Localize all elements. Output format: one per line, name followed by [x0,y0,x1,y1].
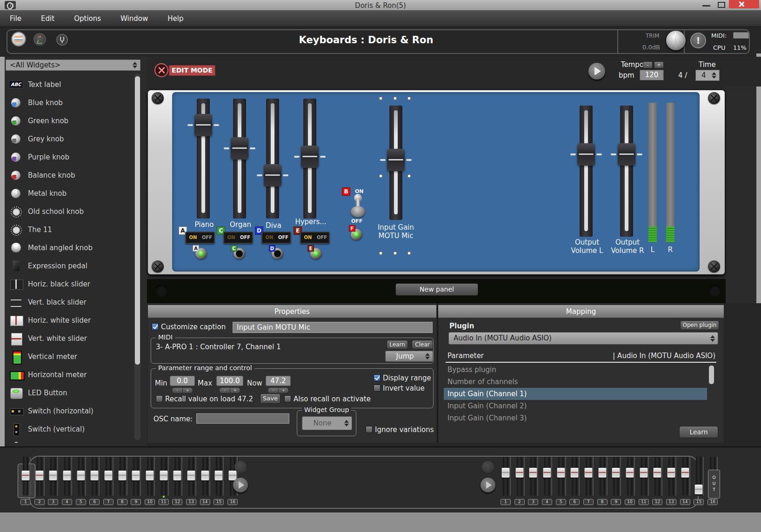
sidebar-item[interactable]: Horizontal meter [5,366,135,384]
now-field[interactable]: 47.2 [266,376,291,386]
fader-handle[interactable] [668,468,675,478]
sidebar-item[interactable]: Blue knob [5,93,135,112]
fader-handle[interactable] [21,471,29,480]
fader-handle[interactable] [35,471,43,480]
open-plugin-button[interactable]: Open plugin [680,320,719,330]
fader-handle[interactable] [201,471,209,480]
panic-button[interactable]: ! [690,33,706,48]
fader-handle[interactable] [63,471,71,480]
mapping-learn-button[interactable]: Learn [679,426,718,438]
fader-handle[interactable] [515,468,523,478]
fader-handle[interactable] [598,468,606,478]
fader-handle[interactable] [612,468,620,478]
mixer-section-button[interactable] [234,461,247,473]
fader-handle[interactable] [215,471,223,480]
min-minus[interactable]: - [172,388,183,393]
min-field[interactable]: 0.0 [170,376,195,386]
sidebar-item[interactable]: Horiz. black slider [5,275,135,293]
sidebar-item[interactable]: Purple knob [5,148,135,166]
time-denominator-dropdown[interactable]: 4 [695,70,720,81]
fader-handle[interactable] [584,468,592,478]
save-button[interactable]: Save [260,393,280,404]
maximize-button[interactable] [718,2,725,8]
fader-handle[interactable] [695,485,703,494]
min-plus[interactable]: + [183,388,193,393]
min-stepper[interactable]: -+ [172,387,193,393]
sidebar-item[interactable]: The 11 [5,220,135,239]
slider-handle[interactable] [577,143,595,166]
edit-mode-badge[interactable]: EDIT MODE [169,65,215,76]
mixer-section-button[interactable] [482,461,494,473]
caption-input[interactable]: Input Gain MOTU Mic [233,322,433,333]
toggle-switch-widget[interactable]: B ON OFF [342,186,375,226]
sidebar-item[interactable]: Toggle switch [5,438,135,443]
mixer-play-button[interactable] [481,478,495,492]
sidebar-item[interactable]: Vertical meter [5,347,135,366]
menu-window[interactable]: Window [111,10,158,27]
parameter-row[interactable]: Input Gain (Channel 1) [444,388,707,400]
menu-options[interactable]: Options [64,10,111,27]
now-plus[interactable]: + [279,388,289,393]
max-plus[interactable]: + [230,388,240,393]
sidebar-item[interactable]: Vert. white slider [5,329,135,347]
on-off-switch[interactable]: ON OFF [185,232,215,244]
plugin-dropdown[interactable]: Audio In (MOTU Audio ASIO) [448,332,718,345]
menu-help[interactable]: Help [158,10,193,27]
fader-handle[interactable] [91,471,99,480]
rackspace-view-icon[interactable] [11,32,26,47]
tempo-minus-button[interactable]: - [643,61,653,68]
minimize-button[interactable] [702,5,710,7]
fader-handle[interactable] [543,468,551,478]
fader-handle[interactable] [654,468,661,478]
mixer-play-button[interactable] [233,478,248,492]
fader-handle[interactable] [626,468,634,478]
ignore-variations-checkbox[interactable] [366,426,373,433]
fader-handle[interactable] [132,471,140,480]
fader-handle[interactable] [557,468,565,478]
sidebar-item[interactable]: Metal angled knob [5,239,135,257]
tempo-plus-button[interactable]: + [654,61,664,68]
sidebar-item[interactable]: Metal knob [5,184,135,202]
sidebar-item[interactable]: Horiz. white slider [5,311,135,329]
now-stepper[interactable]: -+ [267,387,289,393]
parameter-row[interactable]: Number of channels [444,376,707,388]
also-recall-checkbox[interactable] [284,395,291,402]
slider-handle[interactable] [387,149,405,171]
on-off-switch[interactable]: ON OFF [261,232,291,244]
max-stepper[interactable]: -+ [219,387,240,393]
sidebar-item[interactable]: Balance knob [5,166,135,184]
menu-file[interactable]: File [0,10,31,27]
max-field[interactable]: 100.0 [216,376,243,386]
fader-handle[interactable] [49,471,57,480]
edit-mode-icon[interactable] [154,63,168,77]
sidebar-item[interactable]: LED Button [5,384,135,402]
on-off-switch[interactable]: ON OFF [300,232,330,244]
parameter-scrollbar-thumb[interactable] [709,366,714,384]
on-off-switch[interactable]: ON OFF [223,232,253,244]
jump-mode-dropdown[interactable]: Jump [385,351,433,362]
sidebar-item[interactable]: Switch (horizontal) [5,402,135,420]
max-minus[interactable]: - [220,388,230,393]
fader-handle[interactable] [640,468,648,478]
sidebar-item[interactable]: Green knob [5,112,135,130]
widget-filter-dropdown[interactable]: <All Widgets> [6,60,140,71]
play-button[interactable] [588,63,605,80]
sidebar-item[interactable]: Switch (vertical) [5,420,135,438]
widget-group-dropdown[interactable]: None [302,416,352,430]
display-range-checkbox[interactable] [374,374,380,381]
recall-checkbox[interactable] [156,395,163,402]
parameter-row[interactable]: Input Gain (Channel 3) [444,412,707,424]
sidebar-scrollbar-thumb[interactable] [135,76,140,365]
bpm-field[interactable]: 120 [640,70,664,80]
trim-knob[interactable] [666,31,686,50]
fader-handle[interactable] [77,471,85,480]
fader-handle[interactable] [681,468,689,478]
customize-caption-checkbox[interactable] [152,323,159,330]
output-volume-l-slider[interactable] [580,106,593,237]
parameter-row[interactable]: Bypass plugin [444,364,707,376]
invert-value-checkbox[interactable] [374,385,380,392]
fader-handle[interactable] [146,471,154,480]
close-button[interactable] [729,0,759,8]
menu-edit[interactable]: Edit [31,10,64,27]
output-volume-r-slider[interactable] [620,106,633,237]
